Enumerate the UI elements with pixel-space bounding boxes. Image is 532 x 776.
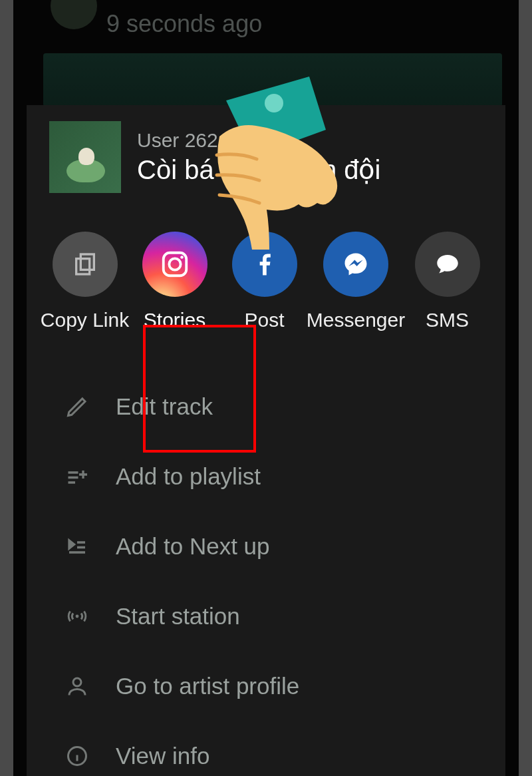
feed-avatar	[51, 0, 97, 29]
svg-rect-1	[76, 259, 89, 274]
svg-point-6	[73, 678, 81, 686]
menu-add-nextup-label: Add to Next up	[116, 533, 270, 560]
menu-add-playlist[interactable]: Add to playlist	[59, 441, 505, 511]
menu-artist-profile[interactable]: Go to artist profile	[59, 651, 505, 721]
playlist-add-icon	[59, 465, 96, 488]
svg-point-5	[76, 614, 79, 618]
share-copy-link[interactable]: Copy Link	[40, 232, 130, 345]
menu-artist-profile-label: Go to artist profile	[116, 673, 299, 699]
share-messenger-label: Messenger	[307, 309, 405, 331]
stories-highlight-box	[143, 325, 256, 453]
share-sms-label: SMS	[426, 309, 469, 331]
menu-add-nextup[interactable]: Add to Next up	[59, 511, 505, 581]
svg-rect-0	[80, 254, 94, 270]
info-icon	[59, 744, 96, 768]
svg-point-9	[265, 94, 283, 112]
svg-point-4	[180, 256, 184, 259]
app-window: 9 seconds ago User 262 Còi bá xxxxxxx n …	[13, 0, 519, 776]
pencil-icon	[59, 395, 96, 419]
person-icon	[59, 674, 96, 698]
svg-point-3	[169, 258, 180, 270]
feed-time-ago: 9 seconds ago	[106, 10, 262, 38]
menu-edit-track[interactable]: Edit track	[59, 371, 505, 441]
nextup-icon	[59, 534, 96, 558]
pointing-hand-overlay	[186, 77, 346, 256]
menu-start-station[interactable]: Start station	[59, 581, 505, 651]
sms-icon	[415, 232, 480, 297]
menu-add-playlist-label: Add to playlist	[116, 463, 261, 490]
share-copy-link-label: Copy Link	[41, 309, 129, 331]
track-thumbnail	[49, 121, 121, 193]
share-sms[interactable]: SMS	[402, 232, 492, 345]
menu-list: Edit track Add to playlist Add to Next u…	[59, 371, 505, 776]
menu-start-station-label: Start station	[116, 603, 240, 630]
station-icon	[59, 604, 96, 628]
copy-link-icon	[53, 232, 118, 297]
menu-view-info[interactable]: View info	[59, 721, 505, 776]
menu-view-info-label: View info	[116, 743, 209, 769]
